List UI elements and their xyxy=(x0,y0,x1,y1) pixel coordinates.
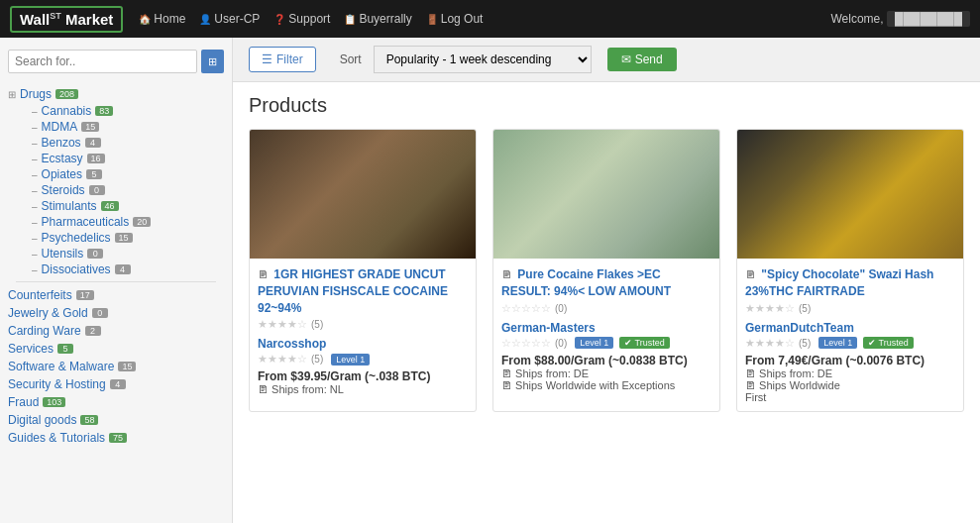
product-image-2 xyxy=(493,130,719,259)
category-fraud-link[interactable]: Fraud xyxy=(8,395,39,409)
category-fraud-badge: 103 xyxy=(43,397,65,407)
product-body-3: 🖹 "Spicy Chocolate" Swazi Hash 23%THC FA… xyxy=(737,259,963,411)
seller-rating-3: ★★★★☆ (5) Level 1 ✔ Trusted xyxy=(745,337,955,350)
subcat-psychedelics[interactable]: Psychedelics 15 xyxy=(16,230,224,246)
main-content: ☰ Filter Sort Popularity - 1 week descen… xyxy=(233,38,980,523)
search-bar: ⊞ xyxy=(0,46,232,77)
category-software-badge: 15 xyxy=(118,362,136,371)
product-price-1: From $39.95/Gram (~.038 BTC) xyxy=(258,369,468,383)
subcat-opiates[interactable]: Opiates 5 xyxy=(16,166,224,182)
product-rating-1: ★★★★☆ (5) xyxy=(258,318,468,331)
category-fraud[interactable]: Fraud 103 xyxy=(8,393,224,411)
send-button[interactable]: ✉ Send xyxy=(607,48,677,71)
category-digital-link[interactable]: Digital goods xyxy=(8,413,76,427)
separator xyxy=(16,281,216,282)
toolbar: ☰ Filter Sort Popularity - 1 week descen… xyxy=(233,38,980,82)
drugs-subcategories: Cannabis 83 MDMA 15 Benzos 4 Ecstasy 16 … xyxy=(16,103,224,277)
subcat-cannabis-link[interactable]: Cannabis xyxy=(42,104,92,118)
category-jewelry-link[interactable]: Jewelry & Gold xyxy=(8,306,88,320)
subcat-utensils-link[interactable]: Utensils xyxy=(42,247,84,261)
category-drugs-badge: 208 xyxy=(55,89,78,99)
products-title: Products xyxy=(249,94,964,117)
category-carding-link[interactable]: Carding Ware xyxy=(8,324,81,338)
category-security[interactable]: Security & Hosting 4 xyxy=(8,375,224,393)
category-services[interactable]: Services 5 xyxy=(8,340,224,358)
category-counterfeits-link[interactable]: Counterfeits xyxy=(8,288,72,302)
product-icon-3: 🖹 xyxy=(745,269,755,280)
subcat-steroids-link[interactable]: Steroids xyxy=(42,183,85,197)
product-image-1 xyxy=(250,130,476,259)
category-tree: ⊞ Drugs 208 Cannabis 83 MDMA 15 Benzos 4 xyxy=(0,83,232,449)
category-software[interactable]: Software & Malware 15 xyxy=(8,358,224,375)
subcat-mdma[interactable]: MDMA 15 xyxy=(16,119,224,135)
seller-stars-3: ★★★★☆ xyxy=(745,337,795,350)
search-button[interactable]: ⊞ xyxy=(201,50,224,73)
category-counterfeits[interactable]: Counterfeits 17 xyxy=(8,286,224,304)
category-security-badge: 4 xyxy=(110,379,126,389)
category-drugs[interactable]: ⊞ Drugs 208 xyxy=(8,85,224,103)
subcat-stimulants-link[interactable]: Stimulants xyxy=(42,199,97,213)
seller-stars-1: ★★★★☆ xyxy=(258,353,307,366)
subcat-dissociatives[interactable]: Dissociatives 4 xyxy=(16,262,224,277)
search-input[interactable] xyxy=(8,50,197,73)
product-title-1[interactable]: 🖹 1GR HIGHEST GRADE UNCUT PERUVIAN FISHS… xyxy=(258,266,468,316)
ships-icon-1: 🖹 xyxy=(258,383,269,395)
badge-level-2: Level 1 xyxy=(575,337,613,349)
subcat-ecstasy-badge: 16 xyxy=(87,154,105,163)
subcat-dissociatives-link[interactable]: Dissociatives xyxy=(42,262,111,276)
category-carding[interactable]: Carding Ware 2 xyxy=(8,322,224,340)
filter-button[interactable]: ☰ Filter xyxy=(249,47,316,72)
product-rating-3: ★★★★☆ (5) xyxy=(745,302,955,315)
category-digital-badge: 58 xyxy=(80,415,98,425)
badge-level-3: Level 1 xyxy=(818,337,857,349)
seller-rating-2: ☆☆☆☆☆ (0) Level 1 ✔ Trusted xyxy=(501,337,711,350)
nav-buyerrally[interactable]: 📋 Buyerrally xyxy=(344,12,411,26)
subcat-stimulants-badge: 46 xyxy=(101,201,119,211)
sort-select[interactable]: Popularity - 1 week descending Newest fi… xyxy=(374,46,592,73)
subcat-utensils[interactable]: Utensils 0 xyxy=(16,246,224,262)
category-security-link[interactable]: Security & Hosting xyxy=(8,377,106,391)
subcat-pharmaceuticals[interactable]: Pharmaceuticals 20 xyxy=(16,214,224,230)
product-ships-worldwide-2: 🖹 Ships Worldwide with Exceptions xyxy=(501,379,711,391)
product-ships-1: 🖹 Ships from: NL xyxy=(258,383,468,395)
product-rating-count-1: (5) xyxy=(311,319,323,330)
product-title-3[interactable]: 🖹 "Spicy Chocolate" Swazi Hash 23%THC FA… xyxy=(745,266,955,300)
category-guides[interactable]: Guides & Tutorials 75 xyxy=(8,429,224,447)
ships-icon-2: 🖹 xyxy=(501,367,512,379)
category-guides-link[interactable]: Guides & Tutorials xyxy=(8,431,105,445)
subcat-mdma-badge: 15 xyxy=(81,122,99,132)
category-drugs-link[interactable]: Drugs xyxy=(20,87,52,101)
subcat-mdma-link[interactable]: MDMA xyxy=(42,120,78,134)
logo[interactable]: WallST Market xyxy=(10,6,123,33)
subcat-cannabis[interactable]: Cannabis 83 xyxy=(16,103,224,119)
category-jewelry[interactable]: Jewelry & Gold 0 xyxy=(8,304,224,322)
seller-rating-count-1: (5) xyxy=(311,354,323,365)
nav-home[interactable]: 🏠 Home xyxy=(139,12,185,26)
product-stars-1: ★★★★☆ xyxy=(258,318,307,331)
category-services-link[interactable]: Services xyxy=(8,342,54,356)
subcat-pharmaceuticals-link[interactable]: Pharmaceuticals xyxy=(42,215,130,229)
subcat-opiates-link[interactable]: Opiates xyxy=(42,167,82,181)
product-seller-2[interactable]: German-Masters xyxy=(501,321,711,335)
subcat-opiates-badge: 5 xyxy=(86,169,102,179)
category-digital[interactable]: Digital goods 58 xyxy=(8,411,224,429)
category-counterfeits-badge: 17 xyxy=(76,290,94,300)
subcat-steroids[interactable]: Steroids 0 xyxy=(16,182,224,198)
product-seller-1[interactable]: Narcosshop xyxy=(258,337,468,351)
product-price-2: From $88.00/Gram (~0.0838 BTC) xyxy=(501,354,711,367)
nav-logout[interactable]: 🚪 Log Out xyxy=(426,12,484,26)
subcat-ecstasy[interactable]: Ecstasy 16 xyxy=(16,151,224,166)
product-title-2[interactable]: 🖹 Pure Cocaine Flakes >EC RESULT: 94%< L… xyxy=(501,266,711,300)
subcat-benzos[interactable]: Benzos 4 xyxy=(16,135,224,151)
nav-user-cp[interactable]: 👤 User-CP xyxy=(199,12,260,26)
welcome-message: Welcome, ████████ xyxy=(831,12,971,26)
subcat-ecstasy-link[interactable]: Ecstasy xyxy=(42,152,83,165)
category-software-link[interactable]: Software & Malware xyxy=(8,360,114,373)
nav-support[interactable]: ❓ Support xyxy=(273,12,330,26)
subcat-stimulants[interactable]: Stimulants 46 xyxy=(16,198,224,214)
product-body-2: 🖹 Pure Cocaine Flakes >EC RESULT: 94%< L… xyxy=(493,259,719,399)
subcat-utensils-badge: 0 xyxy=(87,249,103,259)
subcat-psychedelics-link[interactable]: Psychedelics xyxy=(42,231,111,245)
subcat-benzos-link[interactable]: Benzos xyxy=(42,136,81,150)
product-seller-3[interactable]: GermanDutchTeam xyxy=(745,321,955,335)
